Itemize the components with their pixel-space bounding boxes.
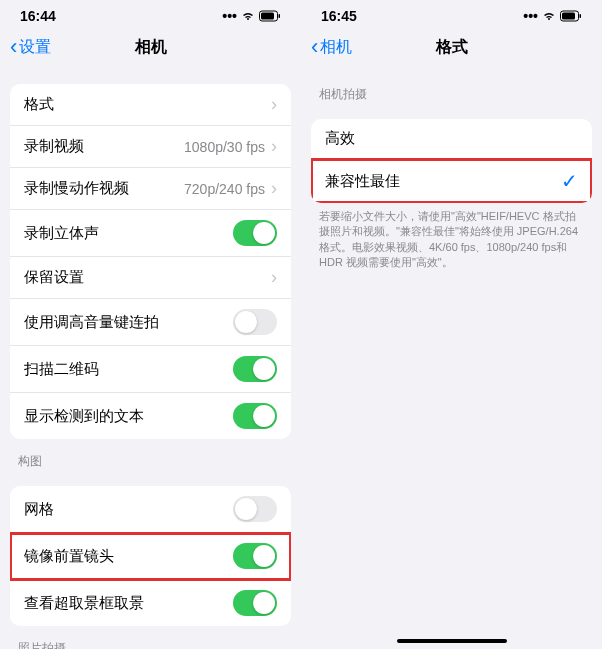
dots-icon: ••• bbox=[222, 8, 237, 24]
row-label: 高效 bbox=[325, 129, 355, 148]
back-button[interactable]: ‹ 设置 bbox=[10, 34, 51, 60]
camera-settings-screen: 16:44 ••• ‹ 设置 相机 格式 › 录制视频 1080p/30 fps… bbox=[0, 0, 301, 649]
section-composition: 网格 镜像前置镜头 查看超取景框取景 bbox=[10, 486, 291, 626]
row-volume-burst: 使用调高音量键连拍 bbox=[10, 299, 291, 346]
row-mirror-front: 镜像前置镜头 bbox=[10, 533, 291, 580]
status-time: 16:44 bbox=[20, 8, 56, 24]
row-qr: 扫描二维码 bbox=[10, 346, 291, 393]
row-label: 镜像前置镜头 bbox=[24, 547, 114, 566]
battery-icon bbox=[259, 10, 281, 22]
chevron-right-icon: › bbox=[271, 94, 277, 115]
row-label: 查看超取景框取景 bbox=[24, 594, 144, 613]
toggle-detect-text[interactable] bbox=[233, 403, 277, 429]
section-header-composition: 构图 bbox=[0, 439, 301, 474]
page-title: 格式 bbox=[436, 37, 468, 58]
row-label: 兼容性最佳 bbox=[325, 172, 400, 191]
row-stereo: 录制立体声 bbox=[10, 210, 291, 257]
row-label: 保留设置 bbox=[24, 268, 84, 287]
row-detect-text: 显示检测到的文本 bbox=[10, 393, 291, 439]
chevron-left-icon: ‹ bbox=[10, 34, 17, 60]
row-grid: 网格 bbox=[10, 486, 291, 533]
dots-icon: ••• bbox=[523, 8, 538, 24]
status-time: 16:45 bbox=[321, 8, 357, 24]
back-label: 相机 bbox=[320, 37, 352, 58]
toggle-grid[interactable] bbox=[233, 496, 277, 522]
status-bar: 16:45 ••• bbox=[301, 0, 602, 28]
status-icons: ••• bbox=[523, 8, 582, 24]
footer-format: 若要缩小文件大小，请使用"高效"HEIF/HEVC 格式拍摄照片和视频。"兼容性… bbox=[301, 203, 602, 271]
toggle-volume-burst[interactable] bbox=[233, 309, 277, 335]
row-label: 显示检测到的文本 bbox=[24, 407, 144, 426]
svg-rect-2 bbox=[279, 14, 281, 18]
row-record-slomo[interactable]: 录制慢动作视频 720p/240 fps› bbox=[10, 168, 291, 210]
row-label: 格式 bbox=[24, 95, 54, 114]
status-icons: ••• bbox=[222, 8, 281, 24]
home-indicator[interactable] bbox=[397, 639, 507, 643]
row-format[interactable]: 格式 › bbox=[10, 84, 291, 126]
row-detail: 720p/240 fps› bbox=[184, 178, 277, 199]
section-header-photo: 照片拍摄 bbox=[0, 626, 301, 649]
svg-rect-1 bbox=[261, 13, 274, 20]
nav-bar: ‹ 设置 相机 bbox=[0, 28, 301, 72]
row-high-efficiency[interactable]: 高效 bbox=[311, 119, 592, 159]
wifi-icon bbox=[240, 10, 256, 22]
row-most-compatible[interactable]: 兼容性最佳 ✓ bbox=[311, 159, 592, 203]
section-format: 格式 › 录制视频 1080p/30 fps› 录制慢动作视频 720p/240… bbox=[10, 84, 291, 439]
format-settings-screen: 16:45 ••• ‹ 相机 格式 相机拍摄 高效 兼容性最佳 ✓ 若要缩小文件… bbox=[301, 0, 602, 649]
toggle-stereo[interactable] bbox=[233, 220, 277, 246]
back-button[interactable]: ‹ 相机 bbox=[311, 34, 352, 60]
row-preserve[interactable]: 保留设置 › bbox=[10, 257, 291, 299]
chevron-right-icon: › bbox=[271, 178, 277, 199]
page-title: 相机 bbox=[135, 37, 167, 58]
row-label: 网格 bbox=[24, 500, 54, 519]
row-detail: 1080p/30 fps› bbox=[184, 136, 277, 157]
row-record-video[interactable]: 录制视频 1080p/30 fps› bbox=[10, 126, 291, 168]
toggle-qr[interactable] bbox=[233, 356, 277, 382]
row-label: 扫描二维码 bbox=[24, 360, 99, 379]
svg-rect-5 bbox=[580, 14, 582, 18]
row-detail: › bbox=[265, 94, 277, 115]
row-label: 录制立体声 bbox=[24, 224, 99, 243]
nav-bar: ‹ 相机 格式 bbox=[301, 28, 602, 72]
chevron-right-icon: › bbox=[271, 136, 277, 157]
chevron-right-icon: › bbox=[271, 267, 277, 288]
row-label: 录制慢动作视频 bbox=[24, 179, 129, 198]
back-label: 设置 bbox=[19, 37, 51, 58]
row-view-outside-frame: 查看超取景框取景 bbox=[10, 580, 291, 626]
svg-rect-4 bbox=[562, 13, 575, 20]
toggle-mirror-front[interactable] bbox=[233, 543, 277, 569]
row-label: 录制视频 bbox=[24, 137, 84, 156]
chevron-left-icon: ‹ bbox=[311, 34, 318, 60]
status-bar: 16:44 ••• bbox=[0, 0, 301, 28]
section-capture: 高效 兼容性最佳 ✓ bbox=[311, 119, 592, 203]
row-label: 使用调高音量键连拍 bbox=[24, 313, 159, 332]
section-header-capture: 相机拍摄 bbox=[301, 72, 602, 107]
wifi-icon bbox=[541, 10, 557, 22]
battery-icon bbox=[560, 10, 582, 22]
toggle-view-outside-frame[interactable] bbox=[233, 590, 277, 616]
checkmark-icon: ✓ bbox=[561, 169, 578, 193]
